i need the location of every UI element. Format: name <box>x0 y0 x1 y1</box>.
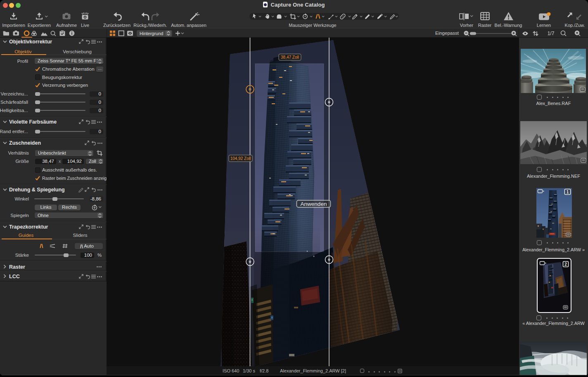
svg-text:38,47 Zoll: 38,47 Zoll <box>281 55 299 60</box>
svg-text:Anwenden: Anwenden <box>301 201 327 207</box>
svg-text:104,92 Zoll: 104,92 Zoll <box>230 156 251 161</box>
svg-text:2: 2 <box>564 262 567 267</box>
svg-text:1: 1 <box>567 190 569 194</box>
